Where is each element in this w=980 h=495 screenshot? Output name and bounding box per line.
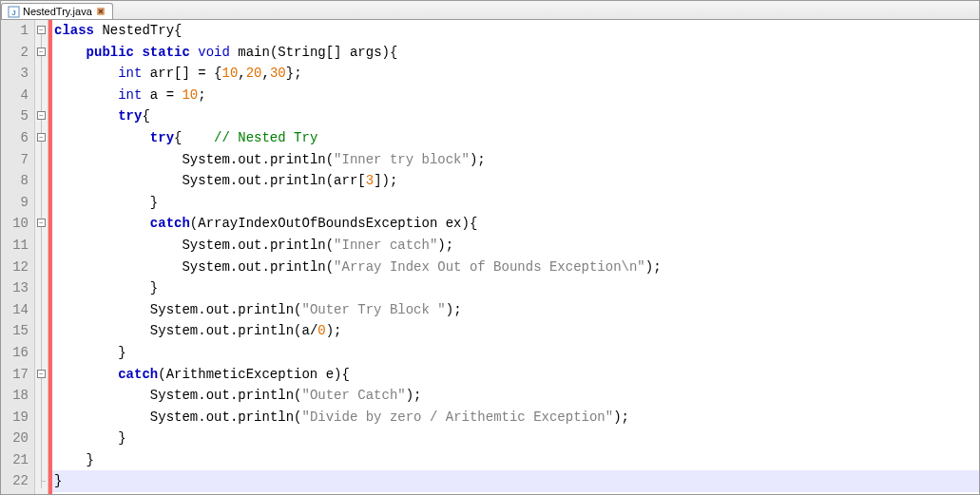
code-line[interactable]: System.out.println("Array Index Out of B… [52, 257, 979, 278]
fold-toggle[interactable]: − [37, 219, 46, 227]
line-number: 6 [1, 127, 29, 149]
code-line[interactable]: System.out.println("Divide by zero / Ari… [52, 407, 979, 428]
line-number: 22 [1, 470, 29, 492]
code-line[interactable]: public static void main(String[] args){ [52, 42, 979, 64]
code-line[interactable]: } [52, 470, 979, 492]
line-number: 8 [1, 170, 29, 192]
code-line[interactable]: catch(ArithmeticException e){ [52, 364, 979, 386]
line-number: 14 [1, 299, 29, 321]
code-line[interactable]: System.out.println("Outer Catch"); [52, 385, 979, 407]
code-line[interactable]: System.out.println("Inner catch"); [52, 235, 979, 257]
line-number: 20 [1, 428, 29, 449]
tab-close-button[interactable] [95, 6, 106, 17]
line-number-gutter: 12345678910111213141516171819202122 [1, 20, 35, 494]
line-number: 2 [1, 42, 29, 64]
code-line[interactable]: } [52, 192, 979, 214]
line-number: 16 [1, 342, 29, 364]
line-number: 7 [1, 149, 29, 171]
line-number: 1 [1, 20, 29, 42]
code-line[interactable]: int a = 10; [52, 85, 979, 106]
code-area[interactable]: class NestedTry{ public static void main… [52, 20, 979, 494]
fold-toggle[interactable]: − [37, 26, 46, 34]
fold-toggle[interactable]: − [37, 48, 46, 56]
svg-text:J: J [11, 9, 15, 17]
code-line[interactable]: System.out.println(a/0); [52, 320, 979, 342]
code-line[interactable]: int arr[] = {10,20,30}; [52, 63, 979, 85]
code-line[interactable]: try{ // Nested Try [52, 127, 979, 149]
line-number: 9 [1, 192, 29, 214]
file-tab[interactable]: J NestedTry.java [1, 3, 113, 19]
code-line[interactable]: } [52, 277, 979, 299]
fold-toggle[interactable]: − [37, 370, 46, 378]
code-line[interactable]: class NestedTry{ [52, 20, 979, 42]
code-line[interactable]: } [52, 428, 979, 449]
line-number: 21 [1, 449, 29, 471]
line-number: 4 [1, 85, 29, 106]
code-line[interactable]: } [52, 342, 979, 364]
code-line[interactable]: catch(ArrayIndexOutOfBoundsException ex)… [52, 213, 979, 235]
tab-bar: J NestedTry.java [1, 1, 979, 20]
java-file-icon: J [8, 6, 20, 18]
line-number: 10 [1, 213, 29, 235]
fold-toggle[interactable]: − [37, 111, 46, 120]
line-number: 11 [1, 235, 29, 257]
line-number: 13 [1, 277, 29, 299]
line-number: 5 [1, 105, 29, 127]
fold-gutter: −−−−−− [35, 20, 48, 494]
line-number: 19 [1, 407, 29, 428]
line-number: 17 [1, 364, 29, 386]
editor-area: 12345678910111213141516171819202122 −−−−… [1, 20, 979, 494]
line-number: 18 [1, 385, 29, 407]
code-line[interactable]: } [52, 449, 979, 471]
code-line[interactable]: try{ [52, 105, 979, 127]
code-line[interactable]: System.out.println(arr[3]); [52, 170, 979, 192]
tab-filename: NestedTry.java [23, 6, 92, 17]
code-line[interactable]: System.out.println("Inner try block"); [52, 149, 979, 171]
line-number: 3 [1, 63, 29, 85]
line-number: 12 [1, 257, 29, 278]
code-line[interactable]: System.out.println("Outer Try Block "); [52, 299, 979, 321]
fold-toggle[interactable]: − [37, 133, 46, 142]
line-number: 15 [1, 320, 29, 342]
